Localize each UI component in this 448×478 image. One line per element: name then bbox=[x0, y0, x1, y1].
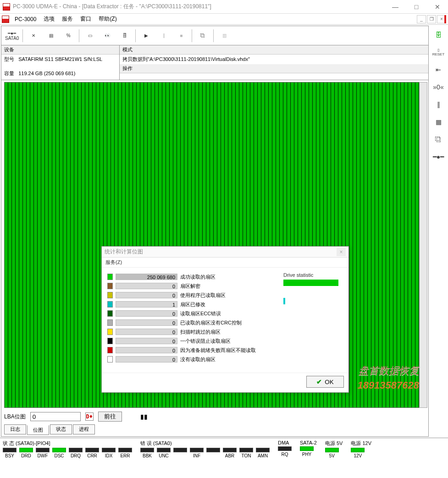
ok-button[interactable]: ✔ OK bbox=[306, 376, 344, 388]
script-icon[interactable]: ▤ bbox=[44, 28, 58, 43]
stat-row: 0 使用程序已读取扇区 bbox=[107, 291, 277, 300]
lba-indicator[interactable]: D♦ bbox=[85, 412, 94, 421]
red-indicator bbox=[444, 15, 446, 23]
status-led bbox=[206, 448, 220, 458]
stat-label: 使用程序已读取扇区 bbox=[180, 292, 226, 299]
tab-process[interactable]: 进程 bbox=[73, 424, 95, 434]
window-title: PC-3000 UDMA-E - China - [Data Extractor… bbox=[13, 3, 385, 11]
status-group-title: 电源 12V bbox=[351, 440, 371, 447]
stat-label: 因为准备就绪失败而扇区不能读取 bbox=[180, 347, 256, 354]
maximize-button[interactable]: □ bbox=[406, 0, 427, 14]
bottom-tabs: 日志 位图 状态 进程 bbox=[1, 423, 428, 436]
statistics-dialog: 统计和计算位图 × 服务(Z) 250 069 680 成功读取的扇区 0 扇区… bbox=[101, 246, 349, 393]
stat-row: 0 因为准备就绪失败而扇区不能读取 bbox=[107, 346, 277, 355]
reset-icon[interactable]: ▯RESET bbox=[432, 47, 445, 58]
stat-bar: 0 bbox=[116, 356, 177, 363]
tab-log[interactable]: 日志 bbox=[4, 424, 26, 434]
copy-icon[interactable]: ⿻ bbox=[195, 28, 210, 43]
main-titlebar: PC-3000 UDMA-E - China - [Data Extractor… bbox=[0, 0, 448, 14]
play-button[interactable]: ▶ bbox=[139, 28, 154, 43]
stat-label: 读取扇区ECC错误 bbox=[180, 310, 221, 317]
stack-icon[interactable]: ⿻ bbox=[432, 134, 445, 145]
status-group-title: 错 误 (SATA0) bbox=[140, 440, 270, 447]
stat-label: 扇区解密 bbox=[180, 283, 200, 290]
minimize-button[interactable]: — bbox=[385, 0, 406, 14]
status-led: DRD bbox=[19, 448, 33, 458]
stat-swatch bbox=[107, 292, 113, 298]
menubar: PC-3000 选项 服务 窗口 帮助(Z) _ ❐ × bbox=[0, 14, 448, 25]
status-group: SATA-2PHY bbox=[300, 440, 317, 458]
menu-app-label[interactable]: PC-3000 bbox=[11, 15, 40, 23]
toolbar: ━●━SATA0 ✕ ▤ % ▭ 👀 🗄 ▶ ‖ ■ ⿻ ▥ bbox=[1, 26, 428, 45]
status-led: DWF bbox=[36, 448, 50, 458]
stat-label: 一个错误阻止读取扇区 bbox=[180, 338, 231, 345]
status-group-title: SATA-2 bbox=[300, 440, 317, 445]
goto-button[interactable]: 前往 bbox=[98, 412, 122, 422]
status-group-title: DMA bbox=[278, 440, 292, 445]
close-button[interactable]: ✕ bbox=[427, 0, 448, 14]
mdi-minimize-button[interactable]: _ bbox=[417, 15, 426, 23]
mdi-restore-button[interactable]: ❐ bbox=[427, 15, 436, 23]
status-led: ERR bbox=[118, 448, 132, 458]
drive-cylinder-icon[interactable]: 🗄 bbox=[432, 29, 445, 40]
device-panel-title: 设备 bbox=[1, 45, 119, 55]
check-icon: ✔ bbox=[316, 378, 322, 385]
status-led: INF bbox=[190, 448, 204, 458]
pause-side-icon[interactable]: ‖ bbox=[432, 99, 445, 110]
stop-button[interactable]: ■ bbox=[174, 28, 188, 43]
stat-label: 已读取的扇区没有CRC控制 bbox=[180, 319, 242, 326]
stat-swatch bbox=[107, 310, 113, 317]
stat-bar: 0 bbox=[116, 329, 177, 335]
status-led: BBK bbox=[140, 448, 154, 458]
filter-icon[interactable]: ▥ bbox=[217, 28, 232, 43]
menu-window[interactable]: 窗口 bbox=[77, 14, 95, 24]
stat-bar: 0 bbox=[116, 338, 177, 344]
status-group: 错 误 (SATA0)BBKUNCINFABRTONAMN bbox=[140, 440, 270, 458]
stat-bar: 0 bbox=[116, 283, 177, 289]
stat-label: 扇区已修改 bbox=[180, 301, 205, 308]
stat-swatch bbox=[107, 338, 113, 344]
stat-row: 0 没有读取的扇区 bbox=[107, 355, 277, 364]
dialog-titlebar[interactable]: 统计和计算位图 × bbox=[102, 247, 348, 258]
lba-input[interactable] bbox=[30, 412, 81, 421]
drive-statistic-label: Drive statistic bbox=[283, 272, 343, 278]
status-bar: 状 态 (SATA0)-[PIO4]BSYDRDDWFDSCDRQCRRIDXE… bbox=[0, 438, 448, 458]
zero-icon[interactable]: »0« bbox=[432, 82, 445, 93]
chain-icon[interactable]: ━●━ bbox=[432, 151, 445, 162]
pause-button[interactable]: ‖ bbox=[156, 28, 171, 43]
drive-stat-bar-2 bbox=[283, 298, 285, 304]
sata-port-button[interactable]: ━●━SATA0 bbox=[5, 28, 19, 43]
database-icon[interactable]: 🗄 bbox=[117, 28, 132, 43]
status-group-title: 电源 5V bbox=[325, 440, 343, 447]
capacity-row: 容量 119.24 GB (250 069 681) bbox=[1, 69, 119, 78]
tab-status[interactable]: 状态 bbox=[50, 424, 72, 434]
info-panel: 设备 型号 SATAFIRM S11 SBFM21W1 S/N:LSL 容量 1… bbox=[1, 45, 428, 80]
grid-icon[interactable]: ▦ bbox=[432, 116, 445, 127]
connector-icon[interactable]: ⇤ bbox=[432, 64, 445, 75]
bitmap-scrollbar[interactable] bbox=[419, 82, 427, 408]
menu-options[interactable]: 选项 bbox=[40, 14, 58, 24]
dialog-menu-service[interactable]: 服务(Z) bbox=[102, 258, 348, 268]
menu-service[interactable]: 服务 bbox=[58, 14, 77, 24]
stat-bar: 0 bbox=[116, 347, 177, 353]
status-led: ABR bbox=[223, 448, 237, 458]
ok-label: OK bbox=[325, 379, 333, 385]
percent-icon[interactable]: % bbox=[61, 28, 76, 43]
status-group-title: 状 态 (SATA0)-[PIO4] bbox=[3, 440, 132, 447]
binoculars-icon[interactable]: 👀 bbox=[100, 28, 115, 43]
dialog-close-button[interactable]: × bbox=[337, 248, 346, 256]
menu-help[interactable]: 帮助(Z) bbox=[95, 14, 120, 24]
tools-icon[interactable]: ✕ bbox=[26, 28, 41, 43]
pause-icon-small[interactable]: ▮▮ bbox=[140, 413, 148, 420]
lba-label: LBA位图 bbox=[4, 413, 26, 421]
op-panel-title: 操作 bbox=[120, 64, 428, 73]
stat-row: 250 069 680 成功读取的扇区 bbox=[107, 272, 277, 281]
mdi-app-icon bbox=[2, 16, 9, 23]
drive-icon[interactable]: ▭ bbox=[83, 28, 97, 43]
status-led: DSC bbox=[52, 448, 66, 458]
capacity-label: 容量 bbox=[4, 71, 14, 76]
stat-bar: 1 bbox=[116, 301, 177, 308]
status-led: DRQ bbox=[69, 448, 83, 458]
tab-bitmap[interactable]: 位图 bbox=[27, 425, 49, 435]
stat-bar: 0 bbox=[116, 292, 177, 298]
